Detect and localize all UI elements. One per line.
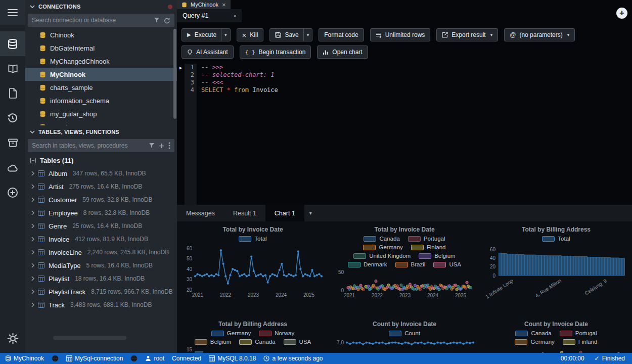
status-finished-label: Finished (602, 355, 625, 362)
status-globe-2 (130, 355, 138, 362)
tables-list: Album347 rows, 65.5 KB, InnoDBArtist275 … (25, 167, 177, 353)
legend-item-Finland: Finland (411, 244, 446, 250)
save-label: Save (285, 31, 298, 38)
connection-item-mysql[interactable]: mysql (25, 120, 177, 125)
tables-search-input[interactable] (32, 142, 145, 149)
execute-label: Execute (195, 31, 216, 38)
legend-item-Total: Total (239, 236, 266, 242)
sidebar-item-files[interactable] (0, 81, 25, 106)
filter-icon[interactable] (154, 17, 160, 23)
sidebar-item-cloud[interactable] (0, 155, 25, 180)
tab-query-1[interactable]: Query #1 ● (177, 9, 242, 22)
legend-swatch (515, 339, 527, 345)
connections-search (28, 14, 174, 27)
parameters-button[interactable]: @ (no parameters) ▾ (504, 28, 575, 41)
tables-group-row[interactable]: Tables (11) (25, 154, 177, 167)
save-button[interactable]: Save ▾ (269, 28, 312, 41)
sidebar-item-history[interactable] (0, 106, 25, 130)
format-code-button[interactable]: Format code (319, 28, 364, 41)
ai-assistant-button[interactable]: AI Assistant (182, 46, 234, 59)
add-connection-button[interactable] (0, 180, 25, 205)
connections-search-input[interactable] (32, 17, 150, 24)
close-icon[interactable]: × (222, 2, 226, 8)
chevron-right-icon (31, 263, 35, 268)
chart-cell-1: Total by Invoice DateTotal20304050602021… (177, 221, 329, 316)
database-tab-group[interactable]: MyChinook × (177, 0, 231, 9)
svg-text:7.0: 7.0 (337, 340, 344, 345)
settings-button[interactable] (0, 326, 25, 351)
table-item-MediaType[interactable]: MediaType5 rows, 16.4 KB, InnoDB (25, 259, 177, 272)
table-meta: 8 rows, 32.8 KB, InnoDB (83, 209, 150, 216)
table-meta: 59 rows, 32.8 KB, InnoDB (82, 196, 152, 203)
tables-h-scrollbar[interactable] (53, 336, 126, 340)
tables-header[interactable]: TABLES, VIEWS, FUNCTIONS (25, 125, 177, 139)
svg-text:Celsiusg. 9: Celsiusg. 9 (584, 278, 608, 296)
connections-scrollbar[interactable] (173, 29, 176, 119)
legend-swatch (363, 245, 376, 250)
table-item-PlaylistTrack[interactable]: PlaylistTrack8,715 rows, 966.7 KB, InnoD… (25, 285, 177, 298)
plus-circle-icon (7, 187, 18, 198)
unlimited-rows-button[interactable]: Unlimited rows (370, 28, 431, 41)
legend-item-Germany: Germany (363, 244, 402, 250)
table-item-Genre[interactable]: Genre25 rows, 16.4 KB, InnoDB (25, 219, 177, 233)
open-chart-button[interactable]: Open chart (317, 46, 368, 59)
begin-transaction-button[interactable]: { } Begin transaction (240, 46, 311, 59)
svg-text:1 Infinite Loop: 1 Infinite Loop (484, 278, 514, 300)
table-item-Playlist[interactable]: Playlist18 rows, 16.4 KB, InnoDB (25, 272, 177, 285)
connection-item-information_schema[interactable]: information_schema (25, 94, 177, 107)
menu-button[interactable] (0, 0, 25, 25)
chevron-right-icon (31, 210, 35, 215)
status-connection-label: MySql-connection (75, 355, 123, 362)
legend-swatch (563, 339, 575, 345)
legend-item-Portugal: Portugal (408, 236, 445, 242)
connection-item-MyChangedChinook[interactable]: MyChangedChinook (25, 55, 177, 68)
connection-item-charts_sample[interactable]: charts_sample (25, 81, 177, 94)
refresh-icon[interactable] (164, 17, 170, 24)
save-dropdown[interactable]: ▾ (303, 29, 312, 41)
connection-item-DbGateInternal[interactable]: DbGateInternal (25, 41, 177, 55)
run-line-icon[interactable]: ▶ (179, 65, 182, 70)
chevron-right-icon (31, 289, 35, 294)
result-tab-messages[interactable]: Messages (177, 205, 224, 221)
tab-list-dropdown-icon[interactable]: ▾ (304, 205, 317, 221)
connection-item-MyChinook[interactable]: MyChinook (25, 68, 177, 81)
kebab-menu-icon[interactable] (168, 142, 170, 149)
export-icon (442, 32, 448, 38)
sql-editor[interactable]: ▶ 1234 -- >>>-- selected-chart: 1-- <<<S… (177, 64, 632, 205)
table-item-Track[interactable]: Track3,483 rows, 688.1 KB, InnoDB (25, 298, 177, 311)
legend-item-Canada: Canada (515, 330, 551, 336)
chart-legend: Total (239, 236, 266, 242)
chart-legend: CanadaPortugalGermanyFinland (494, 330, 618, 345)
status-age-label: a few seconds ago (272, 355, 323, 362)
table-item-Customer[interactable]: Customer59 rows, 32.8 KB, InnoDB (25, 193, 177, 206)
kill-button[interactable]: × Kill (237, 28, 264, 41)
execute-dropdown[interactable]: ▾ (221, 29, 230, 41)
result-tab-chart-1[interactable]: Chart 1 (265, 205, 304, 221)
result-tab-result-1[interactable]: Result 1 (224, 205, 265, 221)
connection-item-Chinook[interactable]: Chinook (25, 28, 177, 41)
table-item-Artist[interactable]: Artist275 rows, 16.4 KB, InnoDB (25, 180, 177, 193)
status-right: 00:00:00 ✓ Finished (561, 355, 627, 362)
sidebar-item-docs[interactable] (0, 56, 25, 81)
database-icon (39, 111, 46, 117)
table-item-Employee[interactable]: Employee8 rows, 32.8 KB, InnoDB (25, 206, 177, 219)
table-item-Invoice[interactable]: Invoice412 rows, 81.9 KB, InnoDB (25, 233, 177, 246)
legend-item-Canada: Canada (239, 339, 275, 345)
sidebar-item-database[interactable] (0, 31, 25, 56)
table-item-Album[interactable]: Album347 rows, 65.5 KB, InnoDB (25, 167, 177, 180)
connection-item-my_guitar_shop[interactable]: my_guitar_shop (25, 107, 177, 120)
add-icon[interactable] (159, 143, 164, 149)
export-result-button[interactable]: Export result ▾ (436, 28, 498, 41)
chart-plot: 7.020212022202320242025 (330, 338, 479, 353)
check-icon: ✓ (595, 355, 600, 362)
filter-icon[interactable] (149, 143, 155, 149)
svg-text:30: 30 (187, 277, 193, 282)
status-timer: 00:00:00 (561, 355, 584, 362)
new-tab-button[interactable]: + (616, 8, 627, 19)
table-meta: 347 rows, 65.5 KB, InnoDB (73, 170, 146, 177)
sidebar-item-archive[interactable] (0, 130, 25, 155)
connections-header[interactable]: CONNECTIONS (25, 0, 177, 13)
toolbar-primary: ▶ Execute ▾ × Kill Save ▾ Format code Un… (177, 28, 632, 41)
table-item-InvoiceLine[interactable]: InvoiceLine2,240 rows, 245.8 KB, InnoDB (25, 246, 177, 259)
execute-button[interactable]: ▶ Execute ▾ (182, 28, 231, 41)
